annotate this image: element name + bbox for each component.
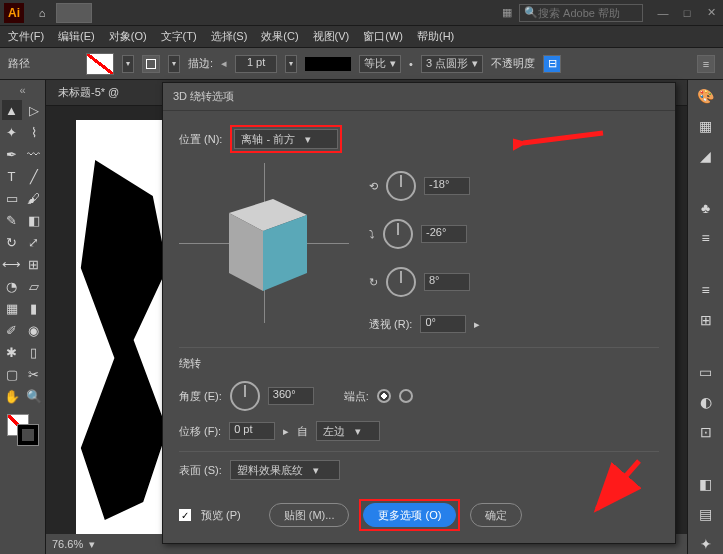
ratio-dd[interactable]: 等比▾ bbox=[359, 55, 401, 73]
eraser-tool[interactable]: ◧ bbox=[24, 210, 44, 230]
home-icon[interactable]: ⌂ bbox=[32, 3, 52, 23]
appearance-panel-icon[interactable]: ◐ bbox=[696, 392, 716, 412]
slice-tool[interactable]: ✂ bbox=[24, 364, 44, 384]
offset-value[interactable]: 0 pt bbox=[229, 422, 275, 440]
zoom-level[interactable]: 76.6% bbox=[52, 538, 83, 550]
symbol-sprayer-tool[interactable]: ✱ bbox=[2, 342, 22, 362]
mesh-tool[interactable]: ▦ bbox=[2, 298, 22, 318]
align-icon[interactable]: ⊟ bbox=[543, 55, 561, 73]
gradient-tool[interactable]: ▮ bbox=[24, 298, 44, 318]
line-tool[interactable]: ╱ bbox=[24, 166, 44, 186]
document-tab[interactable]: 未标题-5* @ bbox=[50, 85, 127, 100]
rectangle-tool[interactable]: ▭ bbox=[2, 188, 22, 208]
rot-x-dial[interactable] bbox=[386, 171, 416, 201]
pen-tool[interactable]: ✒ bbox=[2, 144, 22, 164]
layout-dropdown[interactable] bbox=[56, 3, 92, 23]
rot-z-dial[interactable] bbox=[386, 267, 416, 297]
perspective-value[interactable]: 0° bbox=[420, 315, 466, 333]
symbols-panel-icon[interactable]: ♣ bbox=[696, 198, 716, 218]
shape-builder-tool[interactable]: ◔ bbox=[2, 276, 22, 296]
close-button[interactable]: ✕ bbox=[703, 5, 719, 21]
menu-file[interactable]: 文件(F) bbox=[8, 29, 44, 44]
rot-z-value[interactable]: 8° bbox=[424, 273, 470, 291]
menu-object[interactable]: 对象(O) bbox=[109, 29, 147, 44]
artboard-tool[interactable]: ▢ bbox=[2, 364, 22, 384]
stroke-panel-icon[interactable]: ≡ bbox=[696, 280, 716, 300]
panel-menu-icon[interactable]: ≡ bbox=[697, 55, 715, 73]
search-box[interactable]: 🔍 bbox=[519, 4, 643, 22]
gradient-panel-icon[interactable]: ◢ bbox=[696, 146, 716, 166]
perspective-stepper[interactable]: ▸ bbox=[474, 318, 480, 331]
cap-on[interactable] bbox=[377, 389, 391, 403]
libraries-panel-icon[interactable]: ▤ bbox=[696, 504, 716, 524]
color-panel-icon[interactable]: 🎨 bbox=[696, 86, 716, 106]
rot-y-value[interactable]: -26° bbox=[421, 225, 467, 243]
fill-stroke-control[interactable] bbox=[7, 414, 39, 446]
angle-dial[interactable] bbox=[230, 381, 260, 411]
stroke-stepper-down[interactable]: ◂ bbox=[221, 57, 227, 70]
surface-dropdown[interactable]: 塑料效果底纹▾ bbox=[230, 460, 340, 480]
doc-grid-icon[interactable]: ▦ bbox=[499, 5, 515, 21]
fill-dd[interactable]: ▾ bbox=[122, 55, 134, 73]
from-dropdown[interactable]: 左边▾ bbox=[316, 421, 380, 441]
menu-edit[interactable]: 编辑(E) bbox=[58, 29, 95, 44]
preview-checkbox[interactable]: ✓ bbox=[179, 509, 191, 521]
search-icon: 🔍 bbox=[524, 6, 538, 19]
stroke-dd[interactable]: ▾ bbox=[168, 55, 180, 73]
menu-select[interactable]: 选择(S) bbox=[211, 29, 248, 44]
curvature-tool[interactable]: 〰 bbox=[24, 144, 44, 164]
transform-panel-icon[interactable]: ▭ bbox=[696, 362, 716, 382]
type-tool[interactable]: T bbox=[2, 166, 22, 186]
search-input[interactable] bbox=[538, 7, 638, 19]
width-tool[interactable]: ⟷ bbox=[2, 254, 22, 274]
brush-dd[interactable]: 3 点圆形▾ bbox=[421, 55, 483, 73]
fill-swatch[interactable] bbox=[86, 53, 114, 75]
shaper-tool[interactable]: ✎ bbox=[2, 210, 22, 230]
more-options-button[interactable]: 更多选项 (O) bbox=[363, 503, 456, 527]
graph-tool[interactable]: ▯ bbox=[24, 342, 44, 362]
angle-value[interactable]: 360° bbox=[268, 387, 314, 405]
rot-x-value[interactable]: -18° bbox=[424, 177, 470, 195]
menu-effect[interactable]: 效果(C) bbox=[261, 29, 298, 44]
free-transform-tool[interactable]: ⊞ bbox=[24, 254, 44, 274]
zoom-tool[interactable]: 🔍 bbox=[24, 386, 44, 406]
menu-type[interactable]: 文字(T) bbox=[161, 29, 197, 44]
magic-wand-tool[interactable]: ✦ bbox=[2, 122, 22, 142]
perspective-tool[interactable]: ▱ bbox=[24, 276, 44, 296]
selection-tool[interactable]: ▲ bbox=[2, 100, 22, 120]
stroke-width-dd[interactable]: ▾ bbox=[285, 55, 297, 73]
map-art-button[interactable]: 贴图 (M)... bbox=[269, 503, 350, 527]
minimize-button[interactable]: — bbox=[655, 5, 671, 21]
eyedropper-tool[interactable]: ✐ bbox=[2, 320, 22, 340]
brushes-panel-icon[interactable]: ≡ bbox=[696, 228, 716, 248]
tools-expand-icon[interactable]: « bbox=[19, 84, 25, 96]
layers-panel-icon[interactable]: ◧ bbox=[696, 474, 716, 494]
graphic-styles-panel-icon[interactable]: ⊡ bbox=[696, 422, 716, 442]
maximize-button[interactable]: □ bbox=[679, 5, 695, 21]
rot-y-icon: ⤵ bbox=[369, 228, 375, 240]
rot-y-dial[interactable] bbox=[383, 219, 413, 249]
lasso-tool[interactable]: ⌇ bbox=[24, 122, 44, 142]
offset-stepper[interactable]: ▸ bbox=[283, 425, 289, 438]
scale-tool[interactable]: ⤢ bbox=[24, 232, 44, 252]
stroke-width[interactable]: 1 pt bbox=[235, 55, 277, 73]
menu-window[interactable]: 窗口(W) bbox=[363, 29, 403, 44]
menu-view[interactable]: 视图(V) bbox=[313, 29, 350, 44]
menu-help[interactable]: 帮助(H) bbox=[417, 29, 454, 44]
stroke-profile[interactable] bbox=[305, 57, 351, 71]
swatches-panel-icon[interactable]: ▦ bbox=[696, 116, 716, 136]
position-dropdown[interactable]: 离轴 - 前方▾ bbox=[234, 129, 338, 149]
paintbrush-tool[interactable]: 🖌 bbox=[24, 188, 44, 208]
blend-tool[interactable]: ◉ bbox=[24, 320, 44, 340]
vector-shape[interactable] bbox=[76, 160, 172, 520]
hand-tool[interactable]: ✋ bbox=[2, 386, 22, 406]
cube-preview[interactable] bbox=[179, 163, 349, 323]
cap-off[interactable] bbox=[399, 389, 413, 403]
direct-selection-tool[interactable]: ▷ bbox=[24, 100, 44, 120]
properties-panel-icon[interactable]: ✦ bbox=[696, 534, 716, 554]
align-panel-icon[interactable]: ⊞ bbox=[696, 310, 716, 330]
zoom-dd-icon[interactable]: ▾ bbox=[89, 538, 95, 551]
stroke-swatch[interactable] bbox=[142, 55, 160, 73]
rotate-tool[interactable]: ↻ bbox=[2, 232, 22, 252]
ok-button[interactable]: 确定 bbox=[470, 503, 522, 527]
